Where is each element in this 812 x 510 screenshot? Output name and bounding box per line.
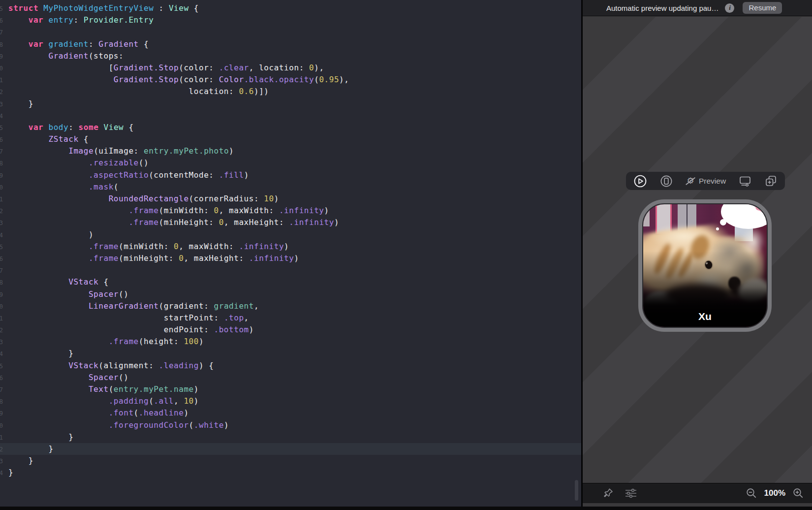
line-number-gutter: 61 <box>0 74 3 86</box>
zoom-out-button[interactable] <box>746 487 757 499</box>
preview-on-display-button[interactable] <box>739 175 751 188</box>
preview-on-device-button[interactable] <box>660 175 673 188</box>
code-line[interactable]: 60 [Gradient.Stop(color: .clear, locatio… <box>0 62 581 74</box>
line-number-gutter: 92 <box>0 444 3 455</box>
code-line[interactable]: 77 <box>0 264 581 276</box>
code-line[interactable]: 90 .foregroundColor(.white) <box>0 419 581 431</box>
widget-preview[interactable]: Xu <box>638 199 772 332</box>
line-number-gutter: 73 <box>0 217 3 229</box>
code-line[interactable]: 56 var entry: Provider.Entry <box>0 14 581 26</box>
line-number-gutter: 64 <box>0 110 3 122</box>
zoom-in-button[interactable] <box>792 487 804 499</box>
code-line[interactable]: 75 .frame(minWidth: 0, maxWidth: .infini… <box>0 241 581 253</box>
code-line[interactable]: 94} <box>0 467 581 478</box>
code-line[interactable]: 88 .padding(.all, 10) <box>0 395 581 407</box>
duplicate-preview-button[interactable] <box>764 174 778 188</box>
line-number-gutter: 68 <box>0 158 3 169</box>
line-number-gutter: 81 <box>0 313 3 324</box>
info-circle-icon[interactable]: i <box>725 3 734 13</box>
code-line[interactable]: 65 var body: some View { <box>0 122 581 133</box>
zoom-level-label[interactable]: 100% <box>764 488 785 498</box>
line-number-gutter: 76 <box>0 253 3 265</box>
code-line[interactable]: 72 .frame(minWidth: 0, maxWidth: .infini… <box>0 205 581 217</box>
line-number-gutter: 86 <box>0 372 3 384</box>
code-line[interactable]: 58 var gradient: Gradient { <box>0 38 581 50</box>
code-line[interactable]: 80 LinearGradient(gradient: gradient, <box>0 300 581 312</box>
line-number-gutter: 60 <box>0 63 3 74</box>
preview-canvas: ⚙ Preview <box>583 17 812 486</box>
duplicate-plus-icon <box>764 174 778 188</box>
code-line[interactable]: 59 Gradient(stops: <box>0 50 581 62</box>
selectable-mode-button[interactable]: ⚙ Preview <box>686 176 726 186</box>
zoom-in-magnifier-icon <box>792 487 804 499</box>
code-line[interactable]: 91 } <box>0 431 581 443</box>
line-number-gutter: 80 <box>0 301 3 313</box>
line-number-gutter: 55 <box>0 3 3 15</box>
code-line[interactable]: 57 <box>0 26 581 38</box>
preview-paused-message: Automatic preview updating pau… <box>606 4 718 12</box>
code-line[interactable]: 68 .resizable() <box>0 157 581 169</box>
window-bottom-edge <box>0 507 812 510</box>
line-number-gutter: 69 <box>0 170 3 182</box>
code-line[interactable]: 84 } <box>0 348 581 359</box>
code-line[interactable]: 69 .aspectRatio(contentMode: .fill) <box>0 169 581 181</box>
line-number-gutter: 74 <box>0 229 3 241</box>
preview-toolbar: ⚙ Preview <box>626 172 785 190</box>
code-line[interactable]: 89 .font(.headline) <box>0 407 581 419</box>
code-line[interactable]: 87 Text(entry.myPet.name) <box>0 383 581 395</box>
preview-status-header: Automatic preview updating pau… i Resume <box>583 0 812 16</box>
code-line[interactable]: 92 } <box>0 443 581 455</box>
preview-mode-label: Preview <box>699 177 726 186</box>
line-number-gutter: 71 <box>0 193 3 205</box>
line-number-gutter: 70 <box>0 182 3 193</box>
code-line[interactable]: 62 location: 0.6)]) <box>0 86 581 97</box>
line-number-gutter: 85 <box>0 360 3 372</box>
code-line[interactable]: 64 <box>0 110 581 122</box>
code-area[interactable]: 55struct MyPhotoWidgetEntryView : View {… <box>0 2 581 479</box>
code-line[interactable]: 83 .frame(height: 100) <box>0 336 581 348</box>
line-number-gutter: 59 <box>0 51 3 63</box>
zoom-out-magnifier-icon <box>746 487 757 499</box>
preview-options-button[interactable] <box>624 487 638 499</box>
editor-scrollbar[interactable] <box>575 480 578 501</box>
pet-name-label: Xu <box>643 311 767 322</box>
code-line[interactable]: 85 VStack(alignment: .leading) { <box>0 360 581 372</box>
code-line[interactable]: 55struct MyPhotoWidgetEntryView : View { <box>0 2 581 14</box>
code-line[interactable]: 86 Spacer() <box>0 372 581 383</box>
live-preview-button[interactable] <box>633 174 647 188</box>
code-line[interactable]: 82 endPoint: .bottom) <box>0 324 581 336</box>
line-number-gutter: 87 <box>0 384 3 396</box>
line-number-gutter: 77 <box>0 265 3 277</box>
line-number-gutter: 89 <box>0 408 3 419</box>
line-number-gutter: 93 <box>0 455 3 467</box>
resume-button[interactable]: Resume <box>743 2 782 14</box>
code-line[interactable]: 67 Image(uiImage: entry.myPet.photo) <box>0 145 581 157</box>
gear-slash-icon: ⚙ <box>686 176 695 186</box>
photo-bg-panel <box>643 204 650 226</box>
code-line[interactable]: 76 .frame(minHeight: 0, maxHeight: .infi… <box>0 253 581 264</box>
code-line[interactable]: 78 VStack { <box>0 276 581 288</box>
code-line[interactable]: 70 .mask( <box>0 181 581 193</box>
play-circle-icon <box>633 174 647 188</box>
line-number-gutter: 94 <box>0 467 3 479</box>
line-number-gutter: 88 <box>0 396 3 408</box>
line-number-gutter: 58 <box>0 39 3 51</box>
source-editor[interactable]: 55struct MyPhotoWidgetEntryView : View {… <box>0 0 581 507</box>
code-line[interactable]: 66 ZStack { <box>0 133 581 145</box>
pin-preview-button[interactable] <box>602 487 614 499</box>
code-line[interactable]: 63 } <box>0 98 581 110</box>
code-line[interactable]: 61 Gradient.Stop(color: Color.black.opac… <box>0 74 581 86</box>
code-line[interactable]: 71 RoundedRectangle(cornerRadius: 10) <box>0 193 581 205</box>
code-line[interactable]: 81 startPoint: .top, <box>0 312 581 324</box>
code-line[interactable]: 79 Spacer() <box>0 288 581 300</box>
line-number-gutter: 72 <box>0 205 3 217</box>
pin-icon <box>602 487 614 499</box>
code-line[interactable]: 73 .frame(minHeight: 0, maxHeight: .infi… <box>0 217 581 228</box>
line-number-gutter: 65 <box>0 122 3 134</box>
line-number-gutter: 62 <box>0 86 3 98</box>
code-line[interactable]: 74 ) <box>0 229 581 241</box>
code-line[interactable]: 93 } <box>0 455 581 467</box>
line-number-gutter: 82 <box>0 324 3 336</box>
line-number-gutter: 67 <box>0 146 3 158</box>
line-number-gutter: 56 <box>0 15 3 27</box>
